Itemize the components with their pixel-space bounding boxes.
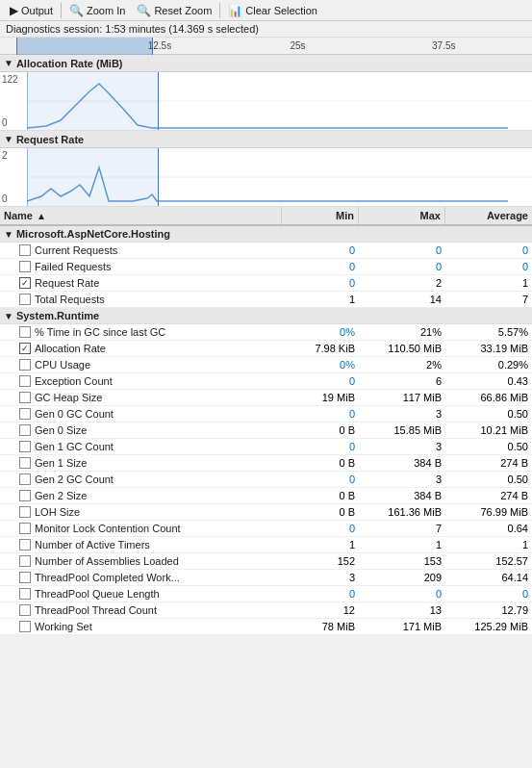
row-min: 0% [282,324,359,340]
row-min: 152 [282,553,359,569]
table-row: Gen 0 GC Count030.50 [0,406,532,422]
row-checkbox[interactable] [19,506,31,518]
row-max: 3 [359,439,445,454]
row-checkbox[interactable] [19,294,31,305]
row-checkbox[interactable] [19,621,31,632]
row-checkbox[interactable] [19,359,31,371]
row-label: Monitor Lock Contention Count [35,523,181,534]
row-label: Gen 1 Size [35,457,87,469]
reset-zoom-label: Reset Zoom [154,5,212,16]
group-name-1: Microsoft.AspNetCore.Hosting [16,228,170,240]
row-min: 0 [282,373,359,389]
row-min: 0 [282,243,359,258]
group-row-aspnetcore: ▼ Microsoft.AspNetCore.Hosting [0,226,532,243]
table-row: CPU Usage0%2%0.29% [0,357,532,373]
row-min: 1 [282,537,359,552]
row-checkbox[interactable] [19,375,31,387]
table-row: Number of Active Timers111 [0,537,532,553]
session-bar: Diagnostics session: 1:53 minutes (14.36… [0,21,532,38]
row-max: 110.50 MiB [359,341,445,356]
table-row: Total Requests1147 [0,292,532,308]
row-max: 15.85 MiB [359,422,445,438]
row-min: 1 [282,292,359,307]
row-checkbox[interactable] [19,604,31,616]
row-label: Gen 1 GC Count [35,441,114,452]
table-row: Gen 1 Size0 B384 B274 B [0,455,532,472]
output-button[interactable]: ▶ Output [4,3,59,18]
row-label: % Time in GC since last GC [35,326,165,338]
row-checkbox[interactable] [19,277,31,289]
row-label: Failed Requests [35,261,112,272]
th-min[interactable]: Min [282,207,359,224]
allocation-rate-chart: ▼ Allocation Rate (MiB) 122 0 [0,55,532,131]
zoom-in-button[interactable]: 🔍 Zoom In [63,3,131,18]
row-label: ThreadPool Thread Count [35,604,157,616]
row-checkbox[interactable] [19,523,31,534]
row-checkbox[interactable] [19,555,31,567]
toolbar: ▶ Output 🔍 Zoom In 🔍 Reset Zoom 📊 Clear … [0,0,532,21]
row-checkbox[interactable] [19,490,31,501]
reset-zoom-icon: 🔍 [137,4,151,17]
row-max: 0 [359,259,445,274]
row-label: Exception Count [35,375,113,387]
group-arrow-1: ▼ [4,229,13,240]
ruler-selection[interactable] [16,38,153,55]
row-label: Request Rate [35,277,99,289]
row-max: 0 [359,243,445,258]
row-avg: 0 [445,586,532,602]
row-avg: 5.57% [445,324,532,340]
clear-selection-button[interactable]: 📊 Clear Selection [222,3,323,18]
row-avg: 0 [445,259,532,274]
row-label: ThreadPool Queue Length [35,588,160,600]
row-avg: 7 [445,292,532,307]
table-row: Gen 1 GC Count030.50 [0,439,532,455]
row-label: Working Set [35,621,92,632]
row-max: 2% [359,357,445,372]
row-checkbox[interactable] [19,392,31,403]
row-max: 153 [359,553,445,569]
request-rate-body: 2 0 [0,148,532,206]
zoom-in-icon: 🔍 [69,4,84,17]
reset-zoom-button[interactable]: 🔍 Reset Zoom [131,3,217,18]
row-max: 384 B [359,455,445,471]
ruler-track: 12.5s 25s 37.5s [6,38,532,55]
th-max[interactable]: Max [359,207,445,224]
table-row: Number of Assemblies Loaded152153152.57 [0,553,532,570]
row-checkbox[interactable] [19,261,31,272]
zoom-in-label: Zoom In [87,5,125,16]
row-min: 0 B [282,455,359,471]
row-min: 0% [282,357,359,372]
clear-selection-icon: 📊 [228,4,242,17]
row-max: 14 [359,292,445,307]
ruler-mark-3: 37.5s [432,40,455,51]
row-label: Gen 0 GC Count [35,408,114,420]
row-checkbox[interactable] [19,408,31,420]
row-checkbox[interactable] [19,539,31,550]
group-arrow-2: ▼ [4,311,13,321]
row-checkbox[interactable] [19,343,31,354]
allocation-y-labels: 122 0 [2,72,18,130]
th-name[interactable]: Name ▲ [0,207,282,224]
row-avg: 0 [445,243,532,258]
row-checkbox[interactable] [19,457,31,469]
separator-1 [61,3,62,18]
row-min: 0 B [282,422,359,438]
row-max: 6 [359,373,445,389]
request-canvas [27,148,532,206]
th-avg[interactable]: Average [445,207,532,224]
table-row: Monitor Lock Contention Count070.64 [0,521,532,537]
row-checkbox[interactable] [19,572,31,583]
allocation-rate-arrow: ▼ [4,58,13,68]
row-checkbox[interactable] [19,474,31,485]
row-avg: 0.50 [445,472,532,487]
row-min: 0 [282,472,359,487]
allocation-rate-body: 122 0 [0,72,532,130]
row-checkbox[interactable] [19,424,31,436]
row-checkbox[interactable] [19,326,31,338]
row-label: Number of Active Timers [35,539,150,550]
row-checkbox[interactable] [19,244,31,256]
row-min: 7.98 KiB [282,341,359,356]
row-checkbox[interactable] [19,441,31,452]
row-checkbox[interactable] [19,588,31,600]
row-max: 117 MiB [359,390,445,405]
